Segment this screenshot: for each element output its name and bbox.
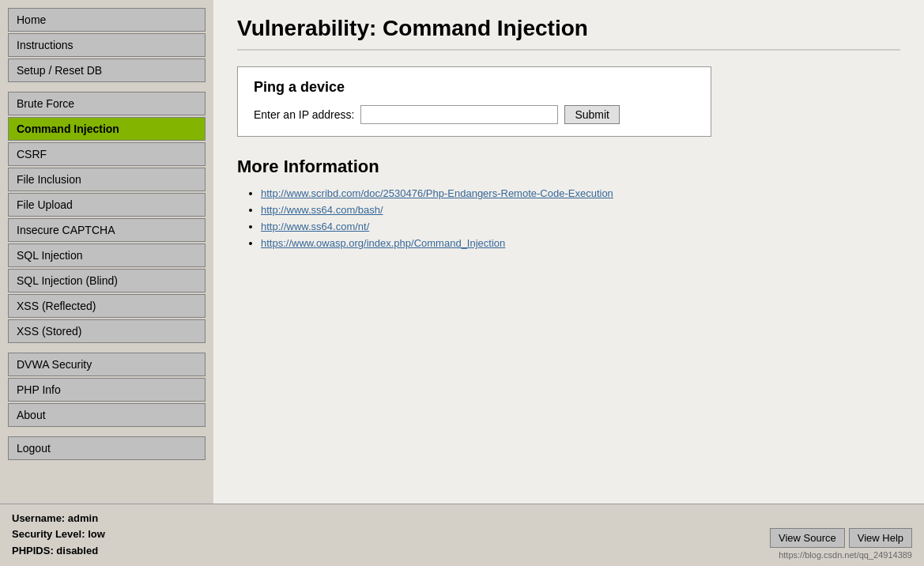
sidebar-group-1: HomeInstructionsSetup / Reset DB: [8, 8, 206, 82]
sidebar-item-dvwa-security[interactable]: DVWA Security: [8, 353, 206, 376]
submit-button[interactable]: Submit: [564, 105, 620, 124]
more-info-link-1[interactable]: http://www.ss64.com/bash/: [261, 204, 383, 216]
footer-url: https://blog.csdn.net/qq_24914389: [779, 550, 912, 560]
sidebar-item-home[interactable]: Home: [8, 8, 206, 32]
main-content: Vulnerability: Command Injection Ping a …: [213, 0, 924, 504]
ip-address-input[interactable]: [360, 105, 558, 124]
username-line: Username: admin: [12, 511, 105, 527]
username-value: admin: [68, 512, 98, 524]
sidebar-item-insecure-captcha[interactable]: Insecure CAPTCHA: [8, 218, 206, 242]
more-info-link-0[interactable]: http://www.scribd.com/doc/2530476/Php-En…: [261, 187, 613, 199]
more-info-link-item-2: http://www.ss64.com/nt/: [261, 220, 900, 232]
more-info-link-3[interactable]: https://www.owasp.org/index.php/Command_…: [261, 237, 505, 249]
sidebar-item-brute-force[interactable]: Brute Force: [8, 92, 206, 115]
ping-label: Enter an IP address:: [254, 108, 354, 121]
more-info-link-item-1: http://www.ss64.com/bash/: [261, 203, 900, 216]
page-title: Vulnerability: Command Injection: [237, 16, 900, 51]
sidebar-item-php-info[interactable]: PHP Info: [8, 378, 206, 402]
sidebar-group-4: Logout: [8, 436, 206, 460]
sidebar-item-xss-stored[interactable]: XSS (Stored): [8, 319, 206, 343]
footer-right: View Source View Help https://blog.csdn.…: [770, 528, 912, 560]
more-info-title: More Information: [237, 157, 900, 177]
sidebar-item-about[interactable]: About: [8, 403, 206, 427]
sidebar-item-csrf[interactable]: CSRF: [8, 142, 206, 166]
more-info-link-2[interactable]: http://www.ss64.com/nt/: [261, 221, 369, 232]
more-info-link-item-3: https://www.owasp.org/index.php/Command_…: [261, 236, 900, 249]
sidebar-item-logout[interactable]: Logout: [8, 436, 206, 460]
footer-buttons: View Source View Help: [770, 528, 912, 548]
username-label: Username:: [12, 512, 65, 524]
view-help-button[interactable]: View Help: [849, 528, 912, 548]
sidebar-item-sql-injection-blind[interactable]: SQL Injection (Blind): [8, 269, 206, 292]
phpids-value: disabled: [56, 545, 98, 557]
sidebar-item-command-injection[interactable]: Command Injection: [8, 117, 206, 141]
phpids-line: PHPIDS: disabled: [12, 543, 105, 560]
sidebar-group-3: DVWA SecurityPHP InfoAbout: [8, 353, 206, 427]
sidebar-item-xss-reflected[interactable]: XSS (Reflected): [8, 294, 206, 318]
more-info-links: http://www.scribd.com/doc/2530476/Php-En…: [237, 187, 900, 249]
security-label: Security Level:: [12, 528, 85, 540]
sidebar: HomeInstructionsSetup / Reset DBBrute Fo…: [0, 0, 213, 504]
ping-box-title: Ping a device: [254, 79, 695, 96]
more-info-link-item-0: http://www.scribd.com/doc/2530476/Php-En…: [261, 187, 900, 199]
sidebar-item-file-inclusion[interactable]: File Inclusion: [8, 168, 206, 191]
ping-box: Ping a device Enter an IP address: Submi…: [237, 66, 711, 137]
sidebar-item-setup-reset[interactable]: Setup / Reset DB: [8, 58, 206, 82]
footer: Username: admin Security Level: low PHPI…: [0, 504, 924, 566]
footer-user-info: Username: admin Security Level: low PHPI…: [12, 511, 105, 560]
sidebar-item-sql-injection[interactable]: SQL Injection: [8, 243, 206, 267]
sidebar-item-file-upload[interactable]: File Upload: [8, 193, 206, 217]
more-info-section: More Information http://www.scribd.com/d…: [237, 157, 900, 249]
sidebar-group-2: Brute ForceCommand InjectionCSRFFile Inc…: [8, 92, 206, 343]
phpids-label: PHPIDS:: [12, 545, 54, 557]
security-value: low: [88, 528, 105, 540]
view-source-button[interactable]: View Source: [770, 528, 845, 548]
sidebar-item-instructions[interactable]: Instructions: [8, 33, 206, 57]
security-line: Security Level: low: [12, 526, 105, 543]
ping-form: Enter an IP address: Submit: [254, 105, 695, 124]
